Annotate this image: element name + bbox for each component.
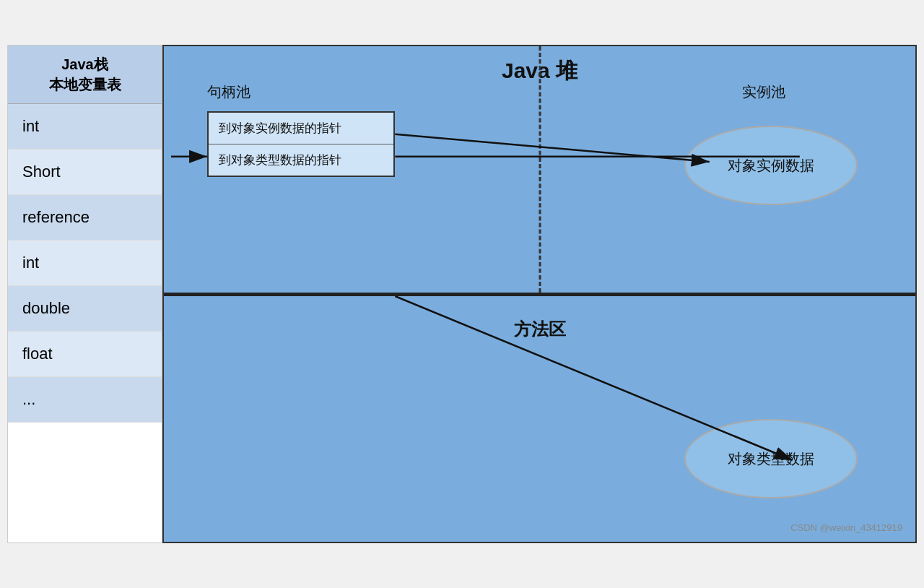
type-ellipse-text: 对象类型数据: [728, 449, 814, 469]
handle-pool-label: 句柄池: [207, 82, 250, 102]
dashed-divider: [539, 46, 541, 293]
right-panel: Java 堆 句柄池 实例池 到对象实例数据的指针 到对象类型数据的指针 对象实…: [162, 45, 917, 543]
handle-box-row-instance: 到对象实例数据的指针: [209, 113, 393, 144]
instance-ellipse-text: 对象实例数据: [728, 156, 814, 176]
svg-line-4: [395, 134, 709, 162]
method-area-title: 方法区: [164, 318, 915, 341]
diagram-wrapper: Java栈本地变量表 int Short reference int doubl…: [7, 45, 917, 543]
handle-box-row-type: 到对象类型数据的指针: [209, 144, 393, 176]
heap-section: Java 堆 句柄池 实例池 到对象实例数据的指针 到对象类型数据的指针 对象实…: [164, 46, 915, 296]
left-panel-item-reference: reference: [8, 195, 162, 241]
watermark: CSDN @weixin_43412919: [790, 522, 902, 533]
left-panel-item-int2: int: [8, 241, 162, 286]
handle-box: 到对象实例数据的指针 到对象类型数据的指针: [207, 111, 395, 177]
left-panel-item-float: float: [8, 332, 162, 377]
left-panel-item-int1: int: [8, 104, 162, 150]
method-section: 方法区 对象类型数据: [164, 296, 915, 542]
left-panel-item-double: double: [8, 286, 162, 332]
left-panel: Java栈本地变量表 int Short reference int doubl…: [7, 45, 162, 543]
left-panel-item-short: Short: [8, 150, 162, 195]
instance-ellipse: 对象实例数据: [684, 126, 858, 205]
type-ellipse: 对象类型数据: [684, 419, 858, 498]
instance-pool-label: 实例池: [742, 82, 785, 102]
left-panel-item-ellipsis: ...: [8, 377, 162, 423]
left-panel-title: Java栈本地变量表: [8, 46, 162, 104]
